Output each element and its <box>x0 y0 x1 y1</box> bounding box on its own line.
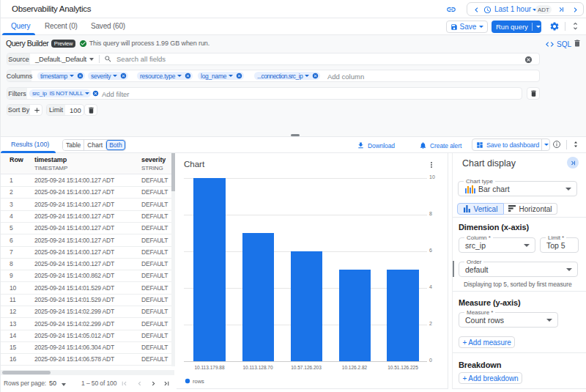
svg-text:4: 4 <box>429 284 432 289</box>
svg-text:10.113.179.88: 10.113.179.88 <box>194 365 224 370</box>
svg-text:10.126.2.82: 10.126.2.82 <box>342 365 368 370</box>
svg-text:10: 10 <box>429 174 435 180</box>
svg-text:2: 2 <box>429 321 432 326</box>
svg-text:0: 0 <box>429 358 432 363</box>
svg-text:10.113.128.70: 10.113.128.70 <box>242 365 272 370</box>
svg-text:6: 6 <box>429 248 432 253</box>
svg-text:10.51.126.225: 10.51.126.225 <box>387 365 418 370</box>
svg-text:8: 8 <box>429 211 432 216</box>
svg-text:10.57.126.203: 10.57.126.203 <box>291 365 322 370</box>
svg-text:rows: rows <box>193 378 204 385</box>
